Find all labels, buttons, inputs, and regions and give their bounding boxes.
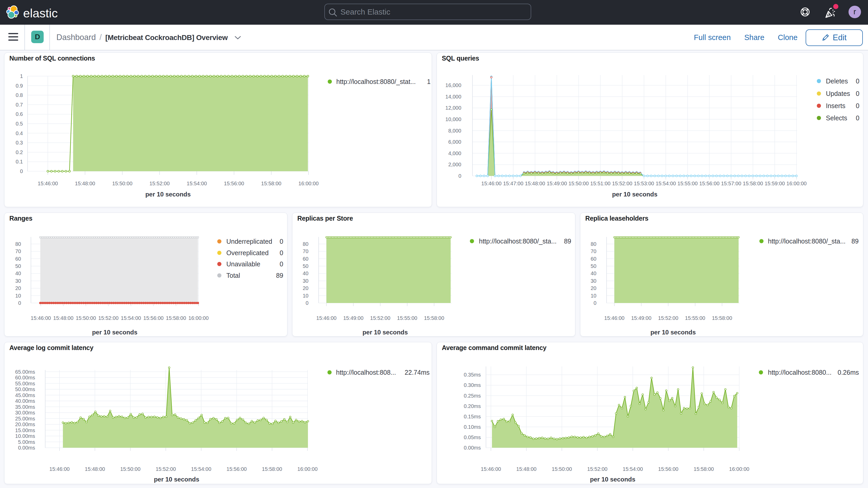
svg-text:60: 60 — [303, 256, 308, 262]
svg-text:15:52:00: 15:52:00 — [98, 315, 119, 321]
svg-text:15:56:00: 15:56:00 — [227, 466, 247, 472]
svg-text:15:52:00: 15:52:00 — [612, 181, 632, 186]
svg-text:15:57:00: 15:57:00 — [721, 181, 741, 186]
svg-text:0.10ms: 0.10ms — [464, 424, 481, 430]
svg-text:15:56:00: 15:56:00 — [144, 315, 164, 321]
svg-text:60: 60 — [591, 256, 596, 262]
svg-text:15:51:00: 15:51:00 — [590, 181, 611, 186]
svg-text:14,000: 14,000 — [445, 94, 461, 99]
svg-text:10: 10 — [591, 293, 596, 299]
svg-text:0.1: 0.1 — [16, 159, 23, 164]
svg-text:0.15ms: 0.15ms — [464, 414, 481, 419]
svg-text:15:52:00: 15:52:00 — [587, 466, 608, 472]
svg-text:0.25ms: 0.25ms — [464, 393, 481, 399]
svg-text:1: 1 — [427, 78, 431, 85]
svg-text:0.05ms: 0.05ms — [464, 434, 481, 440]
svg-text:0: 0 — [280, 249, 283, 256]
svg-text:20: 20 — [591, 285, 596, 291]
svg-text:10.00ms: 10.00ms — [15, 433, 35, 439]
svg-text:0: 0 — [280, 261, 283, 268]
svg-text:15:50:00: 15:50:00 — [552, 466, 572, 472]
svg-text:0.30ms: 0.30ms — [464, 382, 481, 388]
svg-text:70: 70 — [303, 248, 308, 254]
svg-text:15:52:00: 15:52:00 — [156, 466, 176, 472]
svg-text:16:00:00: 16:00:00 — [297, 466, 317, 472]
svg-text:0.4: 0.4 — [16, 130, 23, 136]
svg-text:1: 1 — [20, 73, 23, 79]
svg-text:80: 80 — [303, 241, 308, 247]
svg-text:15:46:00: 15:46:00 — [316, 315, 337, 321]
svg-text:16:00:00: 16:00:00 — [729, 466, 749, 472]
svg-text:15:46:00: 15:46:00 — [481, 466, 501, 472]
svg-text:per 10 seconds: per 10 seconds — [154, 476, 199, 483]
svg-text:20: 20 — [16, 285, 21, 291]
svg-text:15:54:00: 15:54:00 — [121, 315, 141, 321]
svg-text:Updates: Updates — [826, 90, 850, 97]
svg-text:70: 70 — [591, 248, 596, 254]
svg-text:Overreplicated: Overreplicated — [226, 249, 269, 256]
svg-text:per 10 seconds: per 10 seconds — [363, 329, 408, 336]
svg-text:15:56:00: 15:56:00 — [224, 181, 244, 186]
svg-text:0: 0 — [856, 114, 860, 122]
svg-text:65.00ms: 65.00ms — [15, 369, 35, 375]
svg-text:15:46:00: 15:46:00 — [604, 315, 624, 321]
svg-text:15:53:00: 15:53:00 — [634, 181, 654, 186]
svg-text:15:56:00: 15:56:00 — [699, 181, 720, 186]
svg-text:0: 0 — [458, 173, 461, 179]
svg-text:16:00:00: 16:00:00 — [298, 181, 319, 186]
svg-text:15:54:00: 15:54:00 — [656, 181, 676, 186]
svg-text:10,000: 10,000 — [445, 116, 461, 122]
svg-text:0.00ms: 0.00ms — [18, 445, 35, 451]
svg-text:40: 40 — [591, 271, 596, 276]
svg-text:0: 0 — [856, 102, 860, 110]
svg-text:0.2: 0.2 — [16, 149, 23, 155]
svg-text:0: 0 — [856, 90, 860, 97]
svg-text:15:52:00: 15:52:00 — [658, 315, 678, 321]
svg-text:0: 0 — [856, 78, 860, 85]
svg-text:Selects: Selects — [826, 114, 847, 122]
svg-text:15:46:00: 15:46:00 — [38, 181, 58, 186]
svg-text:15:50:00: 15:50:00 — [568, 181, 589, 186]
svg-text:per 10 seconds: per 10 seconds — [650, 329, 696, 336]
svg-text:40: 40 — [303, 271, 308, 276]
svg-text:30.00ms: 30.00ms — [15, 410, 35, 416]
svg-text:Deletes: Deletes — [826, 78, 848, 85]
svg-text:80: 80 — [16, 241, 21, 247]
svg-text:http://localhost:8080/_stat...: http://localhost:8080/_stat... — [336, 78, 416, 85]
svg-text:16:00:00: 16:00:00 — [188, 315, 209, 321]
svg-text:Underreplicated: Underreplicated — [226, 238, 272, 245]
svg-text:89: 89 — [276, 272, 283, 279]
svg-text:http://localhost:8080...: http://localhost:8080... — [768, 369, 832, 376]
svg-text:per 10 seconds: per 10 seconds — [145, 191, 191, 198]
svg-text:http://localhost:8080/_sta...: http://localhost:8080/_sta... — [479, 238, 557, 245]
svg-text:40: 40 — [16, 271, 21, 276]
svg-text:40.00ms: 40.00ms — [15, 398, 35, 404]
svg-text:15:56:00: 15:56:00 — [658, 466, 679, 472]
svg-text:16,000: 16,000 — [445, 82, 461, 88]
svg-text:22.74ms: 22.74ms — [405, 369, 430, 376]
svg-text:15:48:00: 15:48:00 — [85, 466, 105, 472]
svg-text:89: 89 — [851, 238, 859, 245]
svg-text:0: 0 — [18, 300, 21, 306]
svg-text:16:00:00: 16:00:00 — [786, 181, 807, 186]
svg-text:30: 30 — [591, 278, 596, 284]
svg-text:Unavailable: Unavailable — [226, 261, 260, 268]
svg-text:0.00ms: 0.00ms — [464, 445, 481, 451]
svg-text:15:48:00: 15:48:00 — [525, 181, 545, 186]
svg-text:0: 0 — [306, 300, 308, 306]
svg-text:50: 50 — [16, 263, 21, 269]
svg-text:15:49:00: 15:49:00 — [631, 315, 652, 321]
svg-text:http://localhost:8080/_sta...: http://localhost:8080/_sta... — [768, 238, 846, 245]
svg-text:15:58:00: 15:58:00 — [261, 181, 281, 186]
svg-text:80: 80 — [591, 241, 596, 247]
svg-text:0.35ms: 0.35ms — [464, 372, 481, 377]
svg-text:15:48:00: 15:48:00 — [516, 466, 537, 472]
svg-text:50.00ms: 50.00ms — [15, 387, 35, 392]
svg-text:60.00ms: 60.00ms — [15, 375, 35, 380]
svg-text:15:50:00: 15:50:00 — [112, 181, 132, 186]
svg-text:55.00ms: 55.00ms — [15, 381, 35, 387]
svg-text:per 10 seconds: per 10 seconds — [612, 191, 657, 198]
svg-text:70: 70 — [16, 248, 21, 254]
svg-text:35.00ms: 35.00ms — [15, 404, 35, 410]
svg-text:60: 60 — [16, 256, 21, 262]
